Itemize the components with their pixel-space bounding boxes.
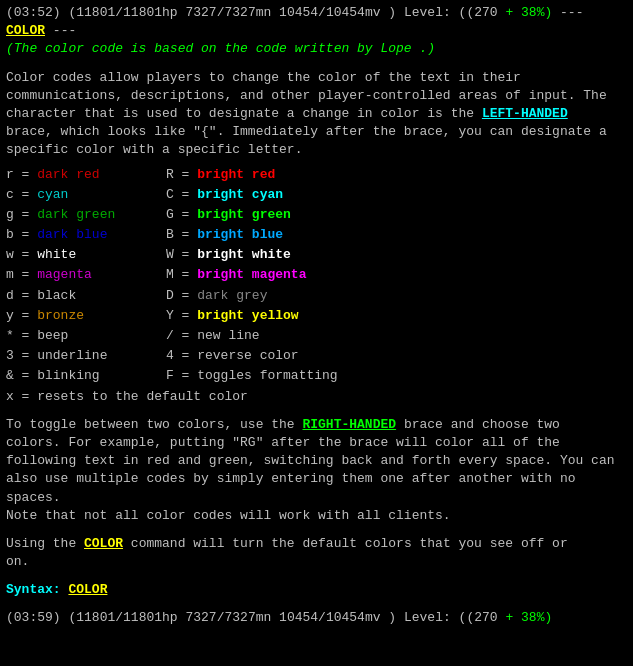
mn-bottom: 7327/7327mn — [185, 610, 271, 625]
left-handed-label: LEFT-HANDED — [482, 106, 568, 121]
key-r: r = — [6, 167, 37, 182]
mn-top: 7327/7327mn — [185, 5, 271, 20]
color-underline: underline — [37, 348, 107, 363]
intro-text-2: brace, which looks like "{". Immediately… — [6, 124, 607, 157]
level-plus-bottom: + 38%) — [505, 610, 552, 625]
color-row-g: g = dark green G = bright green — [6, 206, 627, 224]
color-bright-cyan: bright cyan — [197, 187, 283, 202]
color-bright-magenta: bright magenta — [197, 267, 306, 282]
color-black: black — [37, 288, 76, 303]
status-line-top: (03:52) (11801/11801hp 7327/7327mn 10454… — [6, 4, 627, 40]
level-num-top: (270 — [466, 5, 497, 20]
color-bright-green: bright green — [197, 207, 291, 222]
level-label-top: Level: — [404, 5, 451, 20]
hp-top: 11801/11801hp — [76, 5, 177, 20]
color-row-w: w = white W = bright white — [6, 246, 627, 264]
color-bright-white: bright white — [197, 247, 291, 262]
level-label-bottom: Level: — [404, 610, 451, 625]
color-row-m: m = magenta M = bright magenta — [6, 266, 627, 284]
color-cmd-top: COLOR — [6, 23, 45, 38]
color-reverse: reverse color — [197, 348, 298, 363]
using-block: Using the COLOR command will turn the de… — [6, 535, 627, 571]
color-dark-red: dark red — [37, 167, 99, 182]
time-top: (03:52) — [6, 5, 61, 20]
time-bottom: (03:59) — [6, 610, 61, 625]
color-row-x: x = resets to the default color — [6, 388, 627, 406]
syntax-cmd: COLOR — [68, 582, 107, 597]
intro-block: Color codes allow players to change the … — [6, 69, 627, 160]
mv-bottom: 10454/10454mv — [279, 610, 380, 625]
color-newline: new line — [197, 328, 259, 343]
color-table: r = dark red R = bright red c = cyan C =… — [6, 166, 627, 406]
color-row-d: d = black D = dark grey — [6, 287, 627, 305]
color-bright-yellow: bright yellow — [197, 308, 298, 323]
status-line-bottom: (03:59) (11801/11801hp 7327/7327mn 10454… — [6, 609, 627, 627]
color-bright-red: bright red — [197, 167, 275, 182]
color-reset: resets to the default color — [37, 389, 248, 404]
color-blinking: blinking — [37, 368, 99, 383]
color-dark-blue: dark blue — [37, 227, 107, 242]
italic-line: (The color code is based on the code wri… — [6, 40, 627, 58]
color-bright-blue: bright blue — [197, 227, 283, 242]
hp-bottom: 11801/11801hp — [76, 610, 177, 625]
right-handed-label: RIGHT-HANDED — [302, 417, 396, 432]
color-dark-grey: dark grey — [197, 288, 267, 303]
color-bronze: bronze — [37, 308, 84, 323]
color-white: white — [37, 247, 76, 262]
syntax-label: Syntax: — [6, 582, 61, 597]
color-row-star: * = beep / = new line — [6, 327, 627, 345]
color-magenta: magenta — [37, 267, 92, 282]
mv-top: 10454/10454mv — [279, 5, 380, 20]
color-row-b: b = dark blue B = bright blue — [6, 226, 627, 244]
color-cyan: cyan — [37, 187, 68, 202]
color-row-c: c = cyan C = bright cyan — [6, 186, 627, 204]
level-plus-top: + 38%) — [505, 5, 552, 20]
key-R: R = — [166, 167, 197, 182]
color-row-y: y = bronze Y = bright yellow — [6, 307, 627, 325]
color-beep: beep — [37, 328, 68, 343]
toggle-block: To toggle between two colors, use the RI… — [6, 416, 627, 525]
color-toggles: toggles formatting — [197, 368, 337, 383]
color-row-3: 3 = underline 4 = reverse color — [6, 347, 627, 365]
color-row-r: r = dark red R = bright red — [6, 166, 627, 184]
color-inline-cmd: COLOR — [84, 536, 123, 551]
level-num-bottom: (270 — [466, 610, 497, 625]
syntax-block: Syntax: COLOR — [6, 581, 627, 599]
color-dark-green: dark green — [37, 207, 115, 222]
color-row-amp: & = blinking F = toggles formatting — [6, 367, 627, 385]
